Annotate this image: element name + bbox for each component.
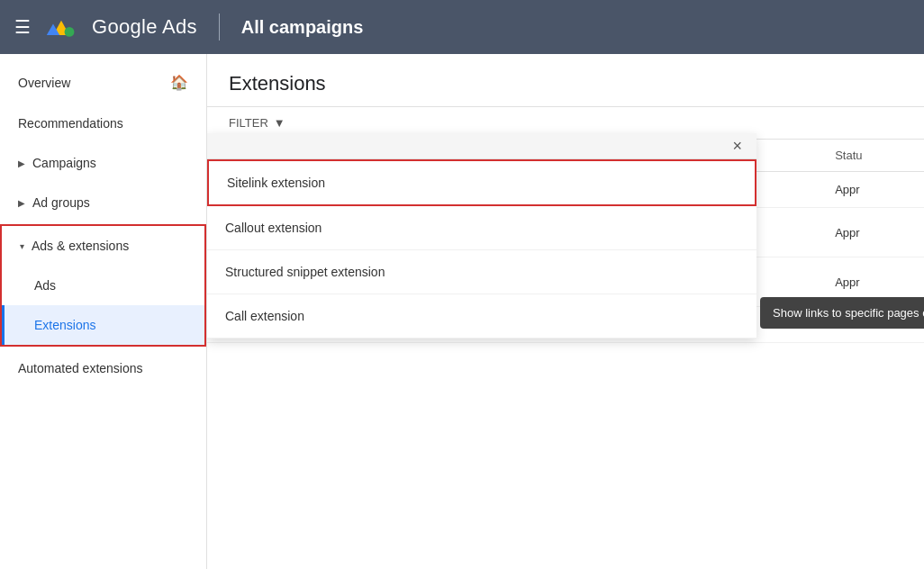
dropdown-item-sitelink[interactable]: Sitelink extension	[207, 159, 756, 206]
main-layout: Overview 🏠 Recommendations ▶ Campaigns ▶…	[0, 54, 924, 569]
sidebar-campaigns-label: Campaigns	[32, 156, 96, 170]
sidebar-recommendations-label: Recommendations	[18, 116, 123, 131]
main-header: Extensions	[207, 54, 924, 107]
dropdown-header: ×	[207, 133, 756, 159]
sidebar-item-recommendations[interactable]: Recommendations	[0, 104, 206, 143]
sidebar-automated-label: Automated extensions	[18, 361, 143, 375]
sidebar-ads-label: Ads	[34, 278, 56, 293]
campaigns-chevron-icon: ▶	[18, 158, 25, 168]
home-icon: 🏠	[170, 74, 188, 91]
sidebar: Overview 🏠 Recommendations ▶ Campaigns ▶…	[0, 54, 207, 569]
google-ads-logo	[45, 11, 77, 43]
sidebar-item-campaigns[interactable]: ▶ Campaigns	[0, 143, 206, 183]
col-status: Statu	[820, 140, 924, 172]
row-status: Appr	[820, 208, 924, 257]
app-name: Google Ads	[92, 15, 197, 39]
sidebar-item-overview[interactable]: Overview 🏠	[0, 61, 206, 104]
sidebar-extensions-label: Extensions	[34, 318, 95, 332]
sidebar-item-ads-extensions[interactable]: ▾ Ads & extensions	[2, 226, 204, 266]
dropdown-item-callout[interactable]: Callout extension	[207, 206, 756, 250]
sidebar-adgroups-label: Ad groups	[32, 195, 90, 210]
filter-label: FILTER	[229, 116, 268, 130]
ads-extensions-section: ▾ Ads & extensions Ads Extensions	[0, 224, 206, 347]
topbar-divider	[219, 14, 220, 41]
main-content: Extensions FILTER ▼ Extension type Level…	[207, 54, 924, 569]
svg-point-2	[65, 27, 75, 37]
ads-extensions-chevron-icon: ▾	[20, 241, 24, 251]
row-status: Appr	[820, 172, 924, 208]
campaign-title: All campaigns	[241, 17, 364, 38]
page-title: Extensions	[229, 72, 326, 95]
sidebar-ads-extensions-label: Ads & extensions	[32, 239, 129, 253]
sitelink-tooltip: Show links to specific pages of your web…	[760, 297, 924, 329]
topbar: ☰ Google Ads All campaigns	[0, 0, 924, 54]
extension-type-dropdown: × Sitelink extension Callout extension S…	[207, 133, 756, 339]
sidebar-item-ad-groups[interactable]: ▶ Ad groups	[0, 183, 206, 222]
adgroups-chevron-icon: ▶	[18, 198, 25, 208]
sidebar-overview-label: Overview	[18, 76, 70, 90]
filter-button[interactable]: FILTER ▼	[229, 116, 285, 130]
sidebar-item-automated-extensions[interactable]: Automated extensions	[0, 348, 206, 388]
active-indicator	[2, 305, 5, 345]
sidebar-item-extensions[interactable]: Extensions	[2, 305, 204, 345]
sidebar-item-ads[interactable]: Ads	[2, 266, 204, 305]
hamburger-icon[interactable]: ☰	[14, 16, 31, 38]
filter-chevron-icon: ▼	[274, 116, 285, 130]
dropdown-item-structured-snippet[interactable]: Structured snippet extension	[207, 250, 756, 294]
close-icon[interactable]: ×	[732, 137, 742, 156]
dropdown-item-call[interactable]: Call extension	[207, 294, 756, 339]
